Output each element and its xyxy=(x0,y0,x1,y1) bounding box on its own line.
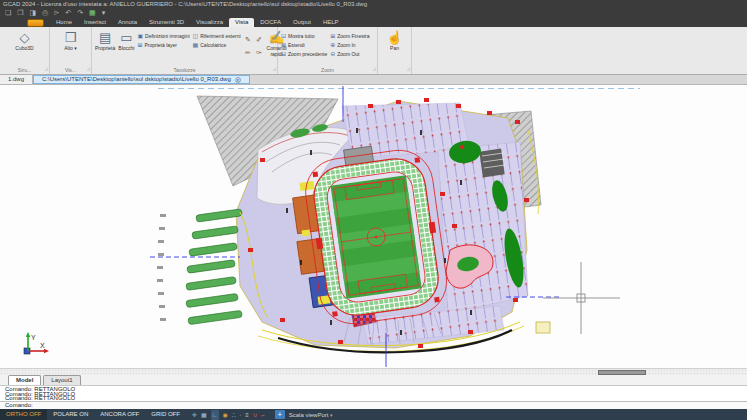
ucs-y-label: Y xyxy=(31,334,36,341)
doc-tab-path: C:\Users\UTENTE\Desktop\aniello\sul dskt… xyxy=(42,75,231,84)
group-label-zoom: Zoom xyxy=(321,67,334,73)
grid-snap-icon[interactable]: ▦ xyxy=(201,410,207,420)
command-input[interactable]: Comando: xyxy=(0,401,747,409)
title-bar: GCAD 2024 - Licenza d'uso intestata a: A… xyxy=(0,0,747,8)
tab-inserisci[interactable]: Inserisci xyxy=(78,18,112,27)
plot-icon[interactable]: ⌲ xyxy=(54,8,59,18)
app-logo[interactable] xyxy=(27,19,44,27)
open-file-icon[interactable]: ❐ xyxy=(17,8,23,18)
ribbon-tab-bar: Home Inserisci Annota Strumenti 3D Visua… xyxy=(0,18,747,27)
zoom-finestra-item[interactable]: ⊞ Zoom Finestra xyxy=(330,33,369,39)
layer-table-icon[interactable]: ▦ xyxy=(89,8,96,18)
dialog-launcher-icon[interactable]: ◿ xyxy=(87,65,90,73)
panel-viste: ❒ Alto ▾ Vis...◿ xyxy=(50,27,92,74)
print-icon[interactable]: ⎙ xyxy=(42,8,48,18)
zoom-extents-icon: ⊠ xyxy=(281,42,286,48)
zoom-out-item[interactable]: ⊖ Zoom Out xyxy=(330,51,369,57)
group-label-vis: Vis... xyxy=(65,67,76,73)
tab-vista[interactable]: Vista xyxy=(229,18,254,27)
ortho-toggle[interactable]: ORTHO OFF xyxy=(0,409,47,420)
dialog-launcher-icon[interactable]: ◿ xyxy=(373,65,376,73)
pen-icon[interactable]: ✏ xyxy=(244,47,253,58)
doc-tab-active[interactable]: C:\Users\UTENTE\Desktop\aniello\sul dskt… xyxy=(33,75,250,84)
marker-icon[interactable]: ✑ xyxy=(255,47,264,58)
ortho-mode-icon[interactable]: ∟ xyxy=(211,410,219,420)
zoom-in-item[interactable]: ⊕ Zoom In xyxy=(330,42,369,48)
ribbon: ◇ Cubo3D Stru...◿ ❒ Alto ▾ Vis...◿ ▤ Pro… xyxy=(0,27,747,75)
gcad-window: GCAD 2024 - Licenza d'uso intestata a: A… xyxy=(0,0,747,420)
quick-access-toolbar: ❏ ❐ ◨ ⎙ ⌲ ↶ ↷ ▦ ▾ xyxy=(0,8,747,18)
zoom-all-icon: ⊡ xyxy=(281,33,286,39)
snap-icon[interactable]: ✛ xyxy=(192,410,197,420)
save-icon[interactable]: ◨ xyxy=(30,8,37,18)
layout-tab-bar: Model Layout1 xyxy=(0,375,747,386)
hedge-rows xyxy=(186,209,243,325)
riferimenti-esterni-item[interactable]: ◫ Riferimenti esterni xyxy=(193,33,241,39)
dialog-launcher-icon[interactable]: ◿ xyxy=(407,65,410,73)
stadium-site-plan: Y X xyxy=(0,85,747,368)
dialog-launcher-icon[interactable]: ◿ xyxy=(273,65,276,73)
estendi-item[interactable]: ⊠ Estendi xyxy=(281,42,327,48)
calcolatrice-item[interactable]: ▦ Calcolatrice xyxy=(193,42,241,48)
viewport-scale-control[interactable]: Scala viewPort ▾ xyxy=(289,412,333,418)
lineweight-icon[interactable]: ≡ xyxy=(245,410,249,420)
definizioni-immagini-item[interactable]: ▣ Definizioni immagini xyxy=(137,33,189,39)
add-viewport-button[interactable]: + xyxy=(275,410,285,419)
window-title: GCAD 2024 - Licenza d'uso intestata a: A… xyxy=(3,1,367,7)
curb-ticks xyxy=(157,214,166,321)
drawing-canvas[interactable]: Y X xyxy=(0,85,747,368)
osnap-icon[interactable]: ∴ xyxy=(232,410,236,420)
lock-icon[interactable]: ⌐ xyxy=(261,410,265,420)
tab-visualizza[interactable]: Visualizza xyxy=(190,18,229,27)
doc-tab-1dwg[interactable]: 1.dwg xyxy=(0,75,33,84)
tab-home[interactable]: Home xyxy=(50,18,78,27)
polar-toggle[interactable]: POLARE ON xyxy=(47,409,94,420)
brush-icon[interactable]: ✐ xyxy=(255,34,264,45)
redo-icon[interactable]: ↷ xyxy=(77,8,83,18)
status-bar: ORTHO OFF POLARE ON ANCORA OFF GRID OFF … xyxy=(0,409,747,420)
mostra-tutto-item[interactable]: ⊡ Mostra tutto xyxy=(281,33,327,39)
qat-more-icon[interactable]: ▾ xyxy=(102,8,106,18)
site-plan: Y X xyxy=(24,86,640,367)
tab-layout1[interactable]: Layout1 xyxy=(43,375,80,385)
chevron-down-icon: ▾ xyxy=(330,412,333,418)
magnet-icon[interactable]: ∪ xyxy=(253,410,257,420)
soccer-field xyxy=(331,175,422,298)
anchor-toggle[interactable]: ANCORA OFF xyxy=(94,409,145,420)
grid-toggle[interactable]: GRID OFF xyxy=(145,409,186,420)
tab-model[interactable]: Model xyxy=(8,375,41,385)
zoom-previous-icon: ⊟ xyxy=(281,51,286,57)
command-prompt-label: Comando: xyxy=(5,402,33,408)
document-tab-bar: 1.dwg C:\Users\UTENTE\Desktop\aniello\su… xyxy=(0,75,747,85)
zoom-window-icon: ⊞ xyxy=(330,33,335,39)
new-file-icon[interactable]: ❏ xyxy=(5,8,11,18)
tab-strumenti3d[interactable]: Strumenti 3D xyxy=(143,18,190,27)
close-icon[interactable]: ✕ xyxy=(235,77,241,83)
dialog-launcher-icon[interactable]: ◿ xyxy=(45,65,48,73)
tab-help[interactable]: HELP xyxy=(317,18,345,27)
proprieta-layer-item[interactable]: ⊞ Proprietà layer xyxy=(137,42,189,48)
blocchi-button[interactable]: ▭ Blocchi xyxy=(118,29,134,51)
zoom-precedente-item[interactable]: ⊟ Zoom precedente xyxy=(281,51,327,57)
ucs-x-label: X xyxy=(40,342,45,349)
tab-docfa[interactable]: DOCFA xyxy=(254,18,287,27)
pan-button[interactable]: ☝ Pan xyxy=(381,29,408,51)
match-prop-icon[interactable]: ✎ xyxy=(244,34,253,45)
alto-button[interactable]: ❒ Alto ▾ xyxy=(53,29,88,51)
zoom-out-icon: ⊖ xyxy=(330,51,335,57)
otrack-icon[interactable]: ∙ xyxy=(240,410,242,420)
xref-icon: ◫ xyxy=(193,33,199,39)
proprieta-button[interactable]: ▤ Proprietà xyxy=(95,29,115,51)
tab-output[interactable]: Output xyxy=(287,18,317,27)
horizontal-scrollbar[interactable] xyxy=(0,368,747,375)
cubo3d-button[interactable]: ◇ Cubo3D xyxy=(3,29,46,51)
view-cube-icon: ❒ xyxy=(65,30,77,45)
ucs-icon: Y X xyxy=(24,332,49,354)
command-history: Comando: RETTANGOLO Comando: RETTANGOLO … xyxy=(0,386,747,401)
calculator-icon: ▦ xyxy=(193,42,199,48)
panel-cubo3d: ◇ Cubo3D Stru...◿ xyxy=(0,27,50,74)
polar-icon[interactable]: ◉ xyxy=(223,410,228,420)
undo-icon[interactable]: ↶ xyxy=(65,8,71,18)
zoom-in-icon: ⊕ xyxy=(330,42,335,48)
tab-annota[interactable]: Annota xyxy=(112,18,143,27)
